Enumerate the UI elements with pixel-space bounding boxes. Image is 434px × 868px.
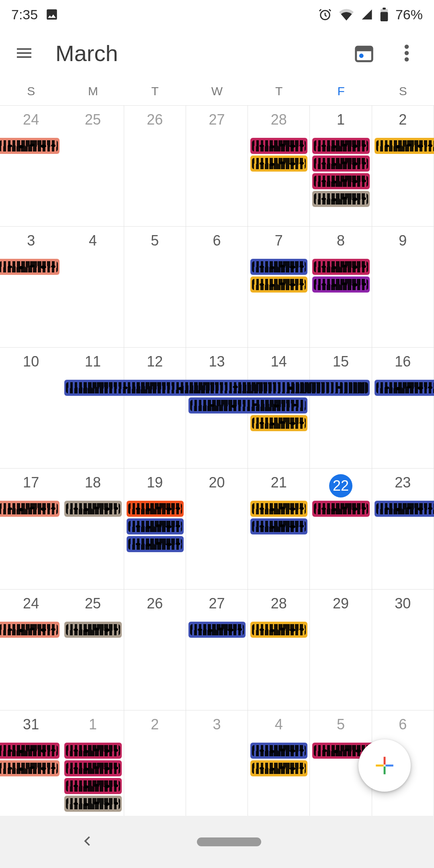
calendar-event[interactable]	[64, 380, 369, 396]
calendar-day[interactable]: 29	[310, 590, 372, 710]
calendar-day[interactable]: 2	[372, 106, 434, 226]
calendar-day[interactable]: 6	[186, 227, 248, 347]
battery-icon	[380, 8, 388, 21]
calendar-event[interactable]	[127, 518, 184, 534]
calendar-event[interactable]	[0, 760, 59, 776]
dow-label: T	[124, 77, 186, 105]
calendar-day[interactable]: 15	[310, 348, 372, 468]
calendar-day[interactable]: 17	[0, 469, 62, 589]
calendar-event[interactable]	[0, 501, 59, 517]
page-title[interactable]: March	[55, 40, 333, 66]
calendar-event[interactable]	[64, 501, 121, 517]
dow-label: M	[62, 77, 124, 105]
calendar-day[interactable]: 10	[0, 348, 62, 468]
day-number: 19	[124, 474, 186, 497]
calendar-event[interactable]	[375, 380, 434, 396]
calendar-event[interactable]	[250, 760, 307, 776]
month-grid: 2425262728123456789101112131415161718192…	[0, 105, 434, 831]
calendar-event[interactable]	[0, 259, 59, 275]
calendar-event[interactable]	[188, 397, 308, 414]
calendar-event[interactable]	[0, 138, 59, 154]
overflow-button[interactable]	[394, 40, 420, 66]
alarm-icon	[318, 8, 332, 21]
day-number: 20	[186, 474, 248, 497]
calendar-event[interactable]	[250, 622, 307, 638]
calendar-event[interactable]	[250, 138, 307, 154]
day-number: 18	[62, 474, 123, 497]
calendar-day[interactable]: 12	[124, 348, 186, 468]
svg-point-8	[405, 51, 409, 55]
calendar-day[interactable]: 20	[186, 469, 248, 589]
menu-button[interactable]	[11, 40, 37, 66]
svg-rect-12	[376, 765, 383, 767]
calendar-event[interactable]	[64, 622, 121, 638]
calendar-event[interactable]	[127, 501, 184, 517]
home-gesture-pill[interactable]	[197, 837, 261, 846]
calendar-event[interactable]	[64, 778, 121, 794]
calendar-event[interactable]	[312, 501, 369, 517]
calendar-week: 242526272812	[0, 106, 434, 227]
calendar-day[interactable]: 24	[0, 106, 62, 226]
day-number: 10	[0, 353, 62, 376]
calendar-event[interactable]	[312, 173, 369, 189]
calendar-event[interactable]	[312, 156, 369, 172]
calendar-day[interactable]: 27	[186, 590, 248, 710]
calendar-day[interactable]: 27	[186, 106, 248, 226]
calendar-event[interactable]	[250, 415, 307, 431]
calendar-day[interactable]: 4	[62, 227, 124, 347]
calendar-event[interactable]	[312, 138, 369, 154]
today-button[interactable]	[351, 40, 377, 66]
day-number: 17	[0, 474, 62, 497]
day-number: 7	[248, 232, 309, 255]
calendar-day[interactable]: 3	[186, 710, 248, 831]
signal-icon	[361, 8, 373, 20]
calendar-event[interactable]	[250, 259, 307, 275]
system-nav-bar	[0, 816, 434, 868]
calendar-event[interactable]	[127, 536, 184, 552]
day-number: 8	[310, 232, 371, 255]
calendar-day[interactable]: 16	[372, 348, 434, 468]
calendar-day[interactable]: 22	[310, 469, 372, 589]
calendar-day[interactable]: 11	[62, 348, 124, 468]
back-button[interactable]	[80, 834, 95, 850]
svg-point-7	[405, 45, 409, 49]
day-number: 23	[372, 474, 434, 497]
day-number: 15	[310, 353, 371, 376]
calendar-event[interactable]	[0, 622, 59, 638]
calendar-day[interactable]: 28	[248, 590, 310, 710]
calendar-event[interactable]	[312, 191, 369, 207]
day-number: 25	[62, 595, 123, 618]
calendar-event[interactable]	[250, 276, 307, 293]
calendar-day[interactable]: 5	[124, 227, 186, 347]
calendar-event[interactable]	[312, 276, 369, 293]
calendar-day[interactable]: 25	[62, 590, 124, 710]
calendar-day[interactable]: 3	[0, 227, 62, 347]
day-number: 24	[0, 595, 62, 618]
calendar-day[interactable]: 30	[372, 590, 434, 710]
calendar-event[interactable]	[375, 501, 434, 517]
calendar-day[interactable]: 2	[124, 710, 186, 831]
calendar-event[interactable]	[375, 138, 434, 154]
calendar-event[interactable]	[312, 259, 369, 275]
svg-rect-10	[384, 757, 386, 764]
calendar-event[interactable]	[64, 796, 121, 812]
calendar-day[interactable]: 26	[124, 106, 186, 226]
calendar-day[interactable]: 25	[62, 106, 124, 226]
calendar-event[interactable]	[64, 760, 121, 776]
calendar-event[interactable]	[188, 622, 246, 638]
calendar-day[interactable]: 9	[372, 227, 434, 347]
svg-rect-3	[383, 8, 386, 10]
calendar-event[interactable]	[250, 501, 307, 517]
calendar-event[interactable]	[250, 743, 307, 759]
calendar-day[interactable]: 24	[0, 590, 62, 710]
calendar-event[interactable]	[64, 743, 121, 759]
calendar-day[interactable]: 26	[124, 590, 186, 710]
calendar-event[interactable]	[250, 156, 307, 172]
calendar-event[interactable]	[0, 743, 59, 759]
calendar-day[interactable]: 18	[62, 469, 124, 589]
calendar-event[interactable]	[250, 518, 307, 534]
calendar-week: 3456789	[0, 227, 434, 348]
create-event-fab[interactable]	[358, 739, 411, 792]
calendar-day[interactable]: 23	[372, 469, 434, 589]
dow-label: T	[248, 77, 310, 105]
